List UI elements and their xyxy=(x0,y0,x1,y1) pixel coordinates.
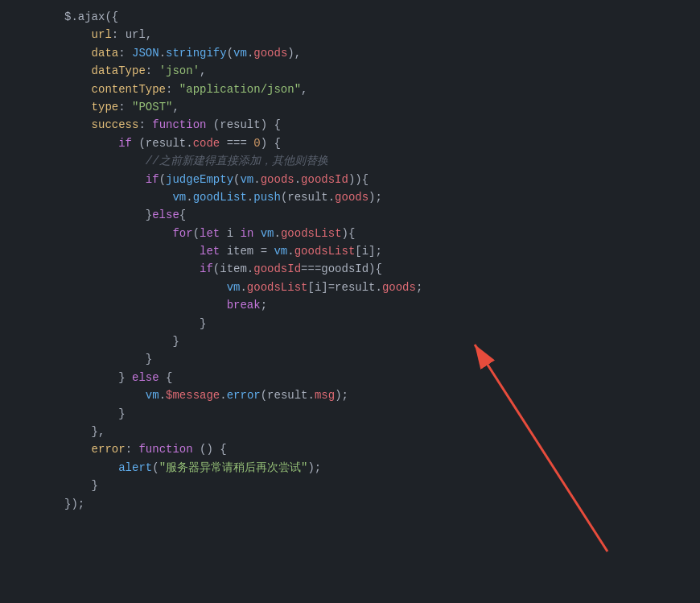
code-line-22: vm.$message.error(result.msg); xyxy=(0,386,700,404)
code-line-24: }, xyxy=(0,423,700,440)
code-line-20: } xyxy=(0,350,700,368)
code-line-23: } xyxy=(0,405,700,423)
code-line-28: }); xyxy=(0,495,700,513)
code-line-10: if(judgeEmpty(vm.goods.goodsId)){ xyxy=(0,171,700,188)
code-line-13: for(let i in vm.goodsList){ xyxy=(0,225,700,242)
code-line-5: contentType: "application/json", xyxy=(0,81,700,98)
code-line-15: if(item.goodsId===goodsId){ xyxy=(0,260,700,278)
code-line-11: vm.goodList.push(result.goods); xyxy=(0,188,700,206)
code-line-25: error: function () { xyxy=(0,440,700,458)
code-line-6: type: "POST", xyxy=(0,98,700,116)
code-line-19: } xyxy=(0,332,700,350)
code-line-17: break; xyxy=(0,296,700,314)
code-line-7: success: function (result) { xyxy=(0,116,700,134)
code-line-26: alert("服务器异常请稍后再次尝试"); xyxy=(0,459,700,477)
code-line-18: } xyxy=(0,315,700,332)
code-line-1: $.ajax({ xyxy=(0,8,700,26)
code-line-4: dataType: 'json', xyxy=(0,62,700,80)
code-line-2: url: url, xyxy=(0,26,700,43)
code-line-9: //之前新建得直接添加，其他则替换 xyxy=(0,152,700,170)
code-editor: $.ajax({ url: url, data: JSON.stringify(… xyxy=(0,0,700,603)
code-line-16: vm.goodsList[i]=result.goods; xyxy=(0,279,700,296)
code-line-14: let item = vm.goodsList[i]; xyxy=(0,242,700,260)
code-line-27: } xyxy=(0,477,700,494)
code-line-21: } else { xyxy=(0,369,700,386)
code-line-12: }else{ xyxy=(0,206,700,224)
code-line-3: data: JSON.stringify(vm.goods), xyxy=(0,44,700,62)
code-line-8: if (result.code === 0) { xyxy=(0,134,700,152)
